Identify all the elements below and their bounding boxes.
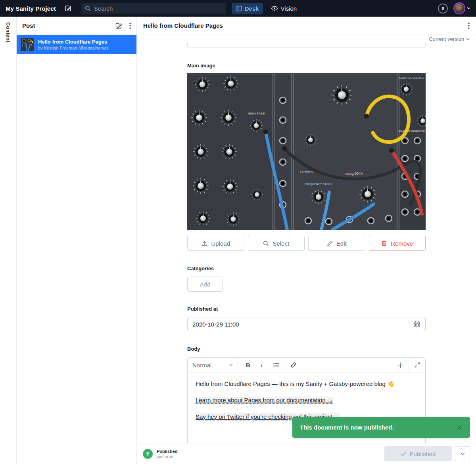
compose-icon [65,5,72,12]
project-title: My Sanity Project [6,5,56,12]
chevron-down-icon [461,453,465,455]
published-at-field[interactable] [187,317,426,331]
publish-time-text: just now [157,454,178,459]
eye-icon [271,6,278,11]
content-rail-label: Content [5,22,11,464]
new-document-icon[interactable] [115,22,122,29]
photo-label: FREQUENCY RANGE [305,183,333,186]
select-button[interactable]: Select [248,236,305,251]
remove-label: Remove [391,240,413,247]
search-icon [85,6,91,11]
document-title: Hello from Cloudflare Pages [143,22,468,29]
add-category-button[interactable]: Add [187,277,223,292]
upload-label: Upload [211,240,230,247]
publish-button[interactable]: Published [384,446,452,461]
publish-button-label: Published [410,451,436,457]
version-label: Current version [429,36,464,42]
document-scroll-area[interactable]: Main image [137,43,476,443]
edit-button[interactable]: Edit [308,236,365,251]
top-navbar: My Sanity Project Desk Vision 0 [0,0,476,17]
post-list-panel: Post [17,17,137,464]
post-list-header: Post [17,17,136,35]
photo-label: HIGH PASS [248,112,265,115]
content-rail[interactable]: Content [0,17,17,464]
tab-vision-label: Vision [281,5,297,12]
notification-badge[interactable]: 0 [438,4,448,13]
expand-icon [415,362,420,368]
document-header: Hello from Cloudflare Pages [137,17,476,35]
tab-vision[interactable]: Vision [267,3,301,14]
upload-button[interactable]: Upload [187,236,244,251]
image-actions: Upload Select Edit [187,236,426,251]
select-label: Select [273,240,289,247]
plus-icon [397,362,403,368]
menu-dots-icon[interactable] [129,23,131,29]
body-link-documentation[interactable]: Learn more about Pages from our document… [196,397,333,404]
tab-desk-label: Desk [245,5,259,12]
version-selector[interactable]: Current version [137,35,476,43]
published-at-input[interactable] [192,321,409,328]
compose-button[interactable] [65,5,72,12]
chevron-down-icon [466,38,470,40]
body-label: Body [187,346,426,352]
search-box[interactable] [81,3,226,14]
categories-label: Categories [187,265,426,271]
avatar [453,2,465,14]
toast-published: This document is now published. [292,417,470,438]
document-footer: Published just now Published [137,443,476,464]
user-menu[interactable] [453,2,470,14]
photo-label: moog 904A [345,172,363,176]
published-at-label: Published at [187,306,426,312]
style-select[interactable]: Normal [188,358,238,372]
publish-status-icon [143,449,153,459]
search-icon [263,241,269,246]
bold-button[interactable]: B [246,362,250,369]
toast-message: This document is now published. [300,424,394,431]
toast-close-button[interactable] [457,424,463,430]
bullet-list-button[interactable] [273,363,280,368]
main-image[interactable]: HIGH PASS FREQUENCY RANGE FILTERS moog 9… [187,73,426,230]
search-input[interactable] [94,5,223,12]
chevron-down-icon [229,364,233,366]
photo-label: FILTERS [300,170,313,174]
document-menu-dots-icon[interactable] [468,23,470,29]
slug-field-cutoff[interactable] [187,43,426,48]
body-paragraph: Hello from Cloudflare Pages — this is my… [196,380,417,388]
post-list-item-selected[interactable]: Hello from Cloudflare Pages by Kristian … [17,35,136,54]
post-list-title: Post [22,22,115,29]
upload-icon [201,240,207,246]
photo-label: ENVELOPE GENERATOR [399,130,425,132]
post-item-title: Hello from Cloudflare Pages [38,39,108,45]
main-image-label: Main image [187,63,426,69]
bullet-list-icon [273,363,280,368]
fullscreen-button[interactable] [409,358,425,372]
publish-menu-button[interactable] [455,446,470,461]
tab-desk[interactable]: Desk [232,3,263,14]
pencil-icon [327,241,333,246]
link-icon [290,362,297,368]
calendar-icon[interactable] [413,321,420,328]
document-pane: Hello from Cloudflare Pages Current vers… [137,17,476,464]
topbar-right: 0 [438,2,470,14]
post-item-subtitle: by Kristian Freeman (@signalnerve) [38,46,108,50]
editor-toolbar: Normal B i [188,358,425,372]
insert-block-button[interactable] [392,358,409,372]
publish-status-text: Published [157,449,178,454]
check-icon [401,452,406,456]
trash-icon [381,240,387,246]
chevron-down-icon [467,7,470,10]
remove-button[interactable]: Remove [369,236,426,251]
italic-button[interactable]: i [261,361,263,369]
photo-label: CONTROL VOLTAGE [399,76,424,79]
link-button[interactable] [290,362,297,368]
desk-icon [236,6,242,11]
close-icon [457,424,463,430]
style-select-value: Normal [192,362,211,369]
post-thumbnail [21,38,34,51]
edit-label: Edit [336,240,347,247]
